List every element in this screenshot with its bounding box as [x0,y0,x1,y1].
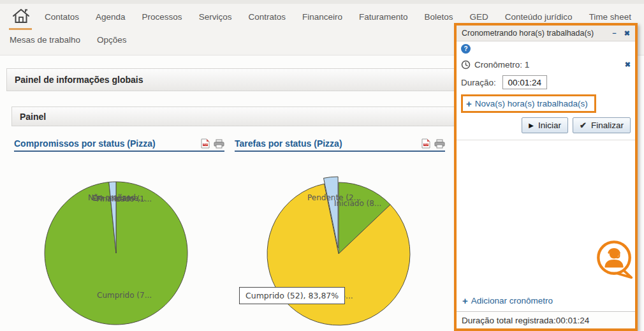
svg-text:PDF: PDF [203,143,208,146]
new-hours-highlight-box: + Nova(s) hora(s) trabalhada(s) [461,94,596,113]
nav-item-agenda[interactable]: Agenda [96,12,126,22]
nav-item-faturamento[interactable]: Faturamento [359,12,408,22]
pie1-overlap-label: Finalizado (1... [96,195,152,203]
nav-item-ged[interactable]: GED [470,12,488,22]
pie2-slice-label-iniciado: Iniciado (8... [334,199,381,208]
painel-title: Painel [20,112,46,122]
total-duration-value: 00:01:24 [556,316,590,325]
plus-icon: + [466,98,472,109]
timer-buttons-row: ▶ Iniciar ✔ Finalizar [461,117,631,133]
chart-title-tarefas: Tarefas por status (Pizza) [235,138,342,149]
close-icon[interactable]: ✖ [624,29,630,38]
add-timer-row: + Adicionar cronômetro [462,295,631,306]
home-button[interactable] [9,8,33,30]
start-button-label: Iniciar [538,121,561,130]
timer-dialog: Cronometrando hora(s) trabalhada(s) − ✖ … [454,23,638,331]
minimize-icon[interactable]: − [612,29,616,37]
home-icon [11,15,31,26]
pdf-export-icon[interactable]: PDF [201,138,210,149]
finish-button[interactable]: ✔ Finalizar [573,117,631,133]
play-icon: ▶ [529,122,534,129]
plus-icon: + [462,295,468,306]
check-icon: ✔ [580,121,587,130]
pie-tooltip: Cumprido (52), 83,87% [239,287,345,304]
duration-row: Duração: [461,75,631,89]
print-icon[interactable] [434,139,445,149]
global-panel-title: Painel de informações globais [15,75,143,85]
nav-row-secondary: Mesas de trabalhoOpções [10,35,127,45]
total-duration-label: Duração total registrada: [462,316,556,325]
nav-row-primary: ContatosAgendaProcessosServiçosContratos… [45,12,631,22]
top-strip [0,0,644,4]
add-timer-link[interactable]: Adicionar cronômetro [471,296,553,305]
timer-dialog-footer: Duração total registrada:00:01:24 [457,311,635,328]
support-chat-icon[interactable] [595,239,634,281]
svg-text:PDF: PDF [424,143,428,146]
chart-actions-tarefas: PDF [421,138,445,149]
nav-item-mesas-de-trabalho[interactable]: Mesas de trabalho [10,35,80,45]
nav-item-opcoes[interactable]: Opções [97,35,127,45]
nav-item-financeiro[interactable]: Financeiro [302,12,342,22]
timer-dialog-titlebar: Cronometrando hora(s) trabalhada(s) − ✖ [457,26,635,41]
chart-title-compromissos: Compromissos por status (Pizza) [14,138,156,149]
pdf-export-icon[interactable]: PDF [421,138,430,149]
finish-button-label: Finalizar [591,121,624,130]
start-button[interactable]: ▶ Iniciar [522,117,568,133]
timer-row: Cronômetro: 1 ✖ [461,60,631,70]
chart-header-compromissos: Compromissos por status (Pizza) PDF [14,136,224,152]
timer-dialog-body: ? Cronômetro: 1 ✖ Duração: + Nova(s) hor… [457,41,635,311]
page: ContatosAgendaProcessosServiçosContratos… [0,0,644,331]
print-icon[interactable] [214,139,224,149]
timer-close-icon[interactable]: ✖ [625,61,631,69]
timer-dialog-title: Cronometrando hora(s) trabalhada(s) [462,29,604,38]
home-active-underline [9,28,32,30]
duration-label: Duração: [461,78,496,87]
nav-item-time-sheet[interactable]: Time sheet [589,12,631,22]
nav-item-contatos[interactable]: Contatos [45,12,79,22]
duration-input[interactable] [502,75,547,89]
chart-actions-compromissos: PDF [201,138,224,149]
nav-item-conteudo-juridico[interactable]: Conteúdo jurídico [505,12,573,22]
chart-header-tarefas: Tarefas por status (Pizza) PDF [235,136,445,152]
nav-item-boletos[interactable]: Boletos [425,12,453,22]
clock-icon [461,60,471,70]
help-icon[interactable]: ? [461,44,471,54]
nav-item-contratos[interactable]: Contratos [248,12,286,22]
timer-label: Cronômetro: 1 [474,60,529,70]
nav-item-processos[interactable]: Processos [142,12,182,22]
nav-item-servicos[interactable]: Serviços [199,12,232,22]
pie1-slice-label-cumprido: Cumprido (7... [97,291,152,300]
new-hours-link[interactable]: Nova(s) hora(s) trabalhada(s) [475,99,588,108]
